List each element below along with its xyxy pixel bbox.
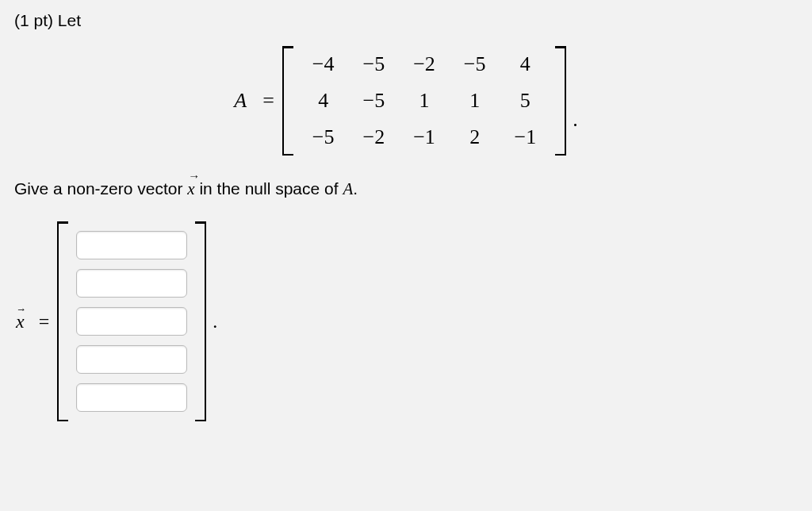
matrix-cell: −5: [349, 83, 400, 119]
matrix-cell: −1: [399, 119, 450, 156]
matrix-row: −5 −2 −1 2 −1: [298, 119, 550, 156]
matrix-cell: 4: [298, 83, 349, 119]
answer-period: .: [213, 311, 217, 332]
prompt-text: Give a non-zero vector x in the null spa…: [14, 179, 798, 199]
matrix-cell: 1: [399, 83, 450, 119]
matrix-cell: 1: [450, 83, 500, 119]
matrix-cell: 5: [500, 83, 551, 119]
vector-inputs: [68, 221, 195, 421]
vector-x-symbol: x: [187, 179, 194, 199]
answer-vector-label: → x: [16, 311, 25, 332]
matrix-table: −4 −5 −2 −5 4 4 −5 1 1 5 −5 −2 −1 2 −1: [298, 46, 550, 156]
prompt-pre: Give a non-zero vector: [14, 179, 187, 198]
matrix-cell: −2: [399, 46, 450, 83]
answer-equation: → x = .: [16, 221, 798, 421]
answer-equals: =: [39, 311, 50, 332]
matrix-equation: A = −4 −5 −2 −5 4 4 −5 1 1 5 −5 −2 −1: [14, 46, 798, 156]
matrix-cell: −1: [500, 119, 551, 156]
vector-input-4[interactable]: [76, 345, 187, 374]
matrix-label-A: A: [234, 89, 247, 113]
matrix-row: 4 −5 1 1 5: [298, 83, 550, 119]
matrix-left-bracket: [282, 46, 293, 156]
vector-input-3[interactable]: [76, 307, 187, 336]
matrix-cell: −5: [298, 119, 349, 156]
matrix-right-bracket: [555, 46, 566, 156]
matrix-row: −4 −5 −2 −5 4: [298, 46, 550, 83]
matrix-period: .: [573, 108, 578, 156]
vector-input-1[interactable]: [76, 231, 187, 259]
prompt-end: .: [353, 179, 358, 198]
matrix-cell: −4: [298, 46, 349, 83]
prompt-A-symbol: A: [343, 179, 353, 198]
equals-sign: =: [262, 89, 274, 113]
vector-input-2[interactable]: [76, 269, 187, 298]
problem-header: (1 pt) Let: [14, 11, 798, 30]
vector-right-bracket: [195, 221, 206, 421]
vector-left-bracket: [57, 221, 68, 421]
prompt-post: in the null space of: [195, 179, 343, 198]
matrix-cell: −5: [349, 46, 400, 83]
matrix-cell: −2: [349, 119, 400, 156]
matrix-cell: 4: [500, 46, 551, 83]
vector-arrow-icon: →: [16, 303, 26, 316]
matrix-A: −4 −5 −2 −5 4 4 −5 1 1 5 −5 −2 −1 2 −1: [282, 46, 566, 156]
vector-input-5[interactable]: [76, 383, 187, 412]
matrix-cell: 2: [450, 119, 500, 156]
matrix-cell: −5: [450, 46, 500, 83]
